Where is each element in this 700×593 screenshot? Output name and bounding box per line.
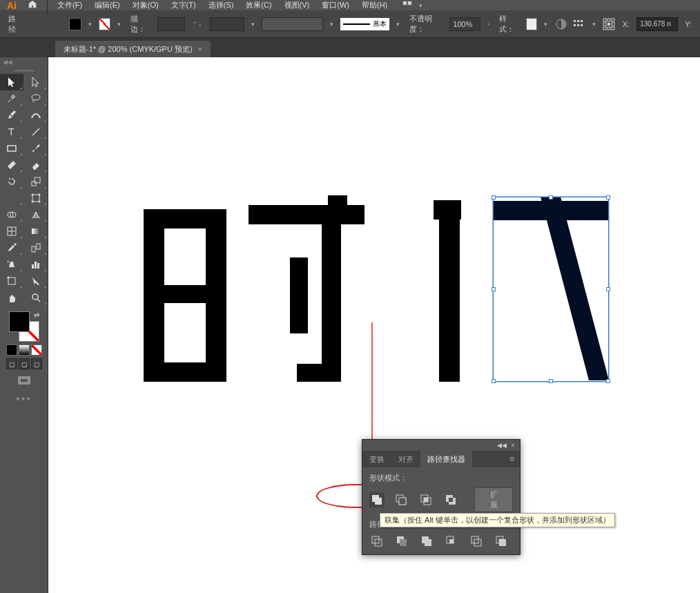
zoom-tool[interactable] [24,289,48,306]
free-transform-tool[interactable] [24,190,48,206]
eyedropper-tool[interactable] [0,240,23,256]
swap-fill-stroke-icon[interactable]: ⇄ [34,311,39,319]
menu-object[interactable]: 对象(O) [127,0,164,10]
screen-mode-btn[interactable] [14,373,34,389]
brush-definition[interactable] [262,17,323,31]
chevron-down-icon[interactable]: ▾ [393,21,402,28]
fill-stroke-indicator[interactable]: ⇄ [9,311,39,342]
stroke-weight-input[interactable] [157,17,185,31]
toolbox-more[interactable]: ••• [3,393,45,405]
panel-menu-icon[interactable]: ≡ [504,454,520,464]
chevron-down-icon[interactable]: ▾ [327,21,336,28]
chevron-down-icon[interactable]: ▾ [86,21,95,28]
line-tool[interactable] [24,124,48,140]
fill-color[interactable] [9,311,30,332]
unite-icon[interactable] [369,492,385,507]
menu-select[interactable]: 选择(S) [203,0,240,10]
tab-pathfinder[interactable]: 路径查找器 [420,451,472,467]
intersect-icon[interactable] [418,492,434,507]
draw-behind-btn[interactable]: ◻ [19,358,30,369]
pen-tool[interactable] [0,107,23,124]
gradient-tool[interactable] [24,223,48,240]
graphic-style-swatch[interactable] [526,18,537,30]
artboard-tool[interactable] [0,273,23,289]
color-mode-btn[interactable] [6,344,17,356]
pathfinder-panel[interactable]: ◀◀ × 变换 对齐 路径查找器 ≡ 形状模式： [362,439,521,555]
toolbox-collapse[interactable]: ◀◀ [0,57,48,67]
align-icon[interactable] [572,17,585,32]
menu-type[interactable]: 文字(T) [166,0,202,10]
expand-button[interactable]: 扩展 [474,487,513,512]
canvas-area[interactable]: ◀◀ × 变换 对齐 路径查找器 ≡ 形状模式： [48,57,700,593]
curvature-tool[interactable] [24,107,48,124]
opacity-input[interactable] [449,17,480,31]
close-icon[interactable]: × [198,45,202,53]
shaper-tool[interactable] [0,157,23,173]
transform-icon[interactable] [603,17,616,32]
scale-tool[interactable] [24,173,48,190]
outline-icon[interactable] [469,534,484,549]
document-tab[interactable]: 未标题-1* @ 200% (CMYK/GPU 预览) × [55,41,211,57]
minus-front-icon[interactable] [394,492,409,507]
draw-inside-btn[interactable]: ◻ [31,358,42,369]
lasso-tool[interactable] [24,90,48,107]
arrange-icon[interactable] [400,0,415,13]
chevron-down-icon[interactable]: ▾ [416,2,425,9]
menu-effect[interactable]: 效果(C) [240,0,277,10]
handle-top-mid[interactable] [549,195,553,200]
selection-bounds[interactable] [493,197,609,382]
magic-wand-tool[interactable] [0,90,23,107]
handle-mid-right[interactable] [606,287,610,291]
tab-align[interactable]: 对齐 [391,451,420,467]
handle-bot-right[interactable] [606,379,610,383]
chevron-down-icon[interactable]: ⌃⌄ [189,21,206,28]
minus-back-icon[interactable] [494,534,509,549]
blend-tool[interactable] [24,240,48,256]
crop-icon[interactable] [444,534,459,549]
rotate-tool[interactable] [0,173,23,190]
menu-help[interactable]: 帮助(H) [356,0,393,10]
shape-builder-tool[interactable] [0,206,23,223]
trim-icon[interactable] [394,534,409,549]
menu-window[interactable]: 窗口(W) [316,0,355,10]
draw-normal-btn[interactable]: ◻ [6,358,17,369]
none-mode-btn[interactable] [31,344,42,356]
stroke-style-dropdown[interactable]: 基本 [340,18,389,30]
menu-edit[interactable]: 编辑(E) [89,0,126,10]
chevron-down-icon[interactable]: ▾ [590,21,599,28]
chevron-down-icon[interactable]: ▾ [249,21,257,28]
opacity-label[interactable]: 不透明度： [407,14,445,35]
x-coord-input[interactable] [636,17,678,31]
stroke-profile-input[interactable] [210,17,244,31]
symbol-sprayer-tool[interactable] [0,256,23,273]
panel-collapse-icon[interactable]: ◀◀ [498,441,506,449]
selection-tool[interactable] [0,74,23,90]
type-tool[interactable]: T [0,124,23,140]
toolbox-grip[interactable] [0,67,48,74]
handle-bot-left[interactable] [492,379,496,383]
mesh-tool[interactable] [0,223,23,240]
divide-icon[interactable] [369,534,385,549]
tab-transform[interactable]: 变换 [362,451,391,467]
chevron-right-icon[interactable]: › [485,21,492,28]
gradient-mode-btn[interactable] [19,344,30,356]
handle-top-right[interactable] [606,195,610,200]
rectangle-tool[interactable] [0,140,23,157]
handle-bot-mid[interactable] [549,379,553,383]
recolor-icon[interactable] [554,17,567,32]
chevron-down-icon[interactable]: ▾ [115,21,124,28]
column-graph-tool[interactable] [24,256,48,273]
slice-tool[interactable] [24,273,48,289]
menu-file[interactable]: 文件(F) [52,0,88,10]
stroke-label[interactable]: 描边： [128,14,153,35]
perspective-grid-tool[interactable] [24,206,48,223]
fill-swatch[interactable] [69,18,81,30]
merge-icon[interactable] [419,534,434,549]
exclude-icon[interactable] [443,492,458,507]
paintbrush-tool[interactable] [24,140,48,157]
hand-tool[interactable] [0,289,23,306]
home-icon[interactable] [22,0,43,11]
width-tool[interactable] [0,190,23,206]
handle-top-left[interactable] [492,195,496,200]
menu-view[interactable]: 视图(V) [279,0,315,10]
